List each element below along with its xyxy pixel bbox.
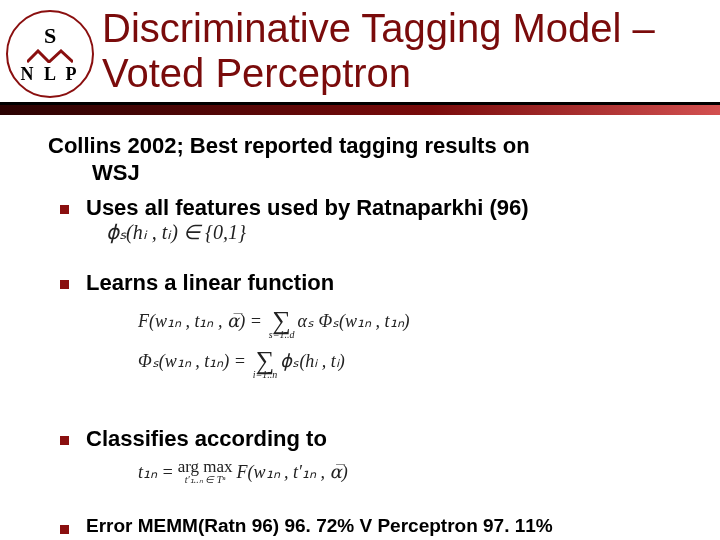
lead-line2: WSJ (48, 160, 680, 187)
equation-Phi: Φₛ(w₁ₙ , t₁ₙ) = ∑ i=1..n ϕₛ(hᵢ , tᵢ) (138, 342, 680, 380)
title-underline (0, 102, 720, 115)
sigma-icon: ∑ i=1..n (253, 342, 278, 380)
bullet-classifies-text: Classifies according to (86, 426, 680, 452)
bullet-learns: Learns a linear function F(w₁ₙ , t₁ₙ , α… (48, 270, 680, 380)
error-pre: Error MEMM(Ratn 96) (86, 515, 284, 536)
learns-equations: F(w₁ₙ , t₁ₙ , α̅) = ∑ s=1..d αₛ Φₛ(w₁ₙ ,… (86, 302, 680, 380)
bullet-features-text: Uses all features used by Ratnaparkhi (9… (86, 195, 680, 221)
bullet-classifies: Classifies according to t₁ₙ = arg max t′… (48, 426, 680, 485)
equation-F: F(w₁ₙ , t₁ₙ , α̅) = ∑ s=1..d αₛ Φₛ(w₁ₙ ,… (138, 302, 680, 340)
lead-line1: Collins 2002; Best reported tagging resu… (48, 133, 530, 158)
bullet-list: Uses all features used by Ratnaparkhi (9… (48, 195, 680, 537)
bullet-error: Error MEMM(Ratn 96) 96. 72% V Perceptron… (48, 515, 680, 537)
error-value-vp: 97. 11% (483, 515, 553, 536)
argmax-operator: arg max t′₁..ₙ ∈ Tⁿ (178, 458, 233, 485)
equation-argmax: t₁ₙ = arg max t′₁..ₙ ∈ Tⁿ F(w₁ₙ , t′₁ₙ ,… (138, 458, 680, 485)
logo-letter: S (44, 25, 56, 47)
error-value-memm: 96. 72% (284, 515, 354, 536)
classify-equation: t₁ₙ = arg max t′₁..ₙ ∈ Tⁿ F(w₁ₙ , t′₁ₙ ,… (86, 458, 680, 485)
lead-text: Collins 2002; Best reported tagging resu… (48, 133, 680, 187)
slide-title: Discriminative Tagging Model – Voted Per… (94, 6, 710, 96)
bullet-learns-text: Learns a linear function (86, 270, 680, 296)
slide-header: S N L P Discriminative Tagging Model – V… (0, 0, 720, 98)
stanford-nlp-logo: S N L P (6, 10, 94, 98)
logo-acronym: N L P (20, 65, 79, 83)
logo-mountains-icon (27, 49, 73, 63)
error-mid: V Perceptron (354, 515, 483, 536)
bullet-features: Uses all features used by Ratnaparkhi (9… (48, 195, 680, 244)
bullet-features-formula: ϕₛ(hᵢ , tᵢ) ∈ {0,1} (86, 221, 680, 244)
slide-body: Collins 2002; Best reported tagging resu… (0, 115, 720, 537)
sigma-icon: ∑ s=1..d (269, 302, 295, 340)
